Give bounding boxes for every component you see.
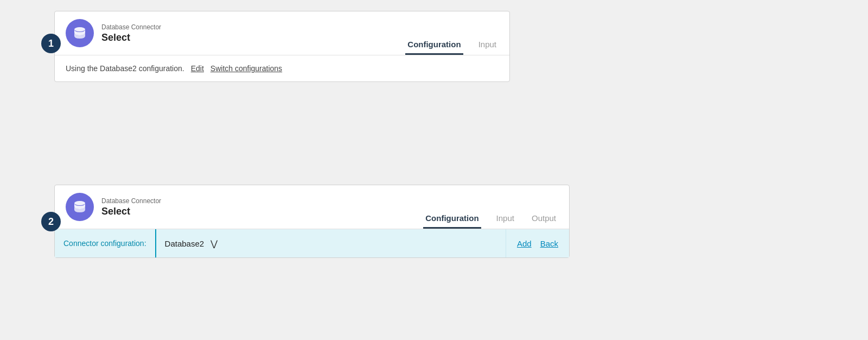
card1-tabs: Configuration Input: [405, 11, 499, 55]
card2-tabs: Configuration Input Output: [423, 185, 558, 229]
card1-tab-input[interactable]: Input: [476, 11, 499, 55]
step-badge-2: 2: [41, 212, 61, 231]
card2-config-label: Connector configuration:: [55, 229, 156, 257]
card1-message: Using the Database2 configuration.: [66, 64, 184, 73]
card2-tab-config-label: Configuration: [425, 213, 478, 223]
card1-switch-link[interactable]: Switch configurations: [210, 64, 282, 73]
card2-tab-input[interactable]: Input: [494, 185, 516, 229]
card1-tab-config-label: Configuration: [407, 40, 461, 49]
card1-header: Database Connector Select Configuration …: [55, 11, 509, 55]
chevron-down-icon[interactable]: ⋁: [210, 238, 218, 249]
card2-tab-output-label: Output: [532, 213, 556, 223]
card2-tab-input-label: Input: [496, 213, 514, 223]
badge2-label: 2: [48, 216, 54, 228]
step-badge-1: 1: [41, 34, 61, 53]
svg-point-0: [74, 27, 85, 32]
db-icon-2: [66, 193, 94, 221]
badge1-label: 1: [48, 38, 54, 49]
card2-header: Database Connector Select Configuration …: [55, 185, 569, 229]
card1-body: Using the Database2 configuration. Edit …: [55, 55, 509, 81]
db-icon-1: [66, 19, 94, 47]
card2-tab-configuration[interactable]: Configuration: [423, 185, 481, 229]
card2-back-link[interactable]: Back: [540, 239, 558, 248]
card1-tab-input-label: Input: [478, 40, 496, 49]
card2-body: Connector configuration: Database2 ⋁ Add…: [55, 229, 569, 257]
page-container: 1 Database Connector Select Configuratio…: [0, 0, 868, 340]
card2-config-value: Database2: [165, 239, 205, 248]
svg-point-1: [74, 201, 85, 205]
card2-tab-output[interactable]: Output: [529, 185, 558, 229]
card2-add-link[interactable]: Add: [517, 239, 532, 248]
card2-config-value-cell: Database2 ⋁: [156, 229, 506, 257]
card1-tab-configuration[interactable]: Configuration: [405, 11, 463, 55]
card2-actions: Add Back: [506, 229, 569, 257]
card1-edit-link[interactable]: Edit: [191, 64, 204, 73]
card-1: Database Connector Select Configuration …: [54, 11, 510, 82]
database-svg-2: [72, 199, 87, 215]
card-2: Database Connector Select Configuration …: [54, 185, 570, 258]
database-svg-1: [72, 26, 87, 41]
